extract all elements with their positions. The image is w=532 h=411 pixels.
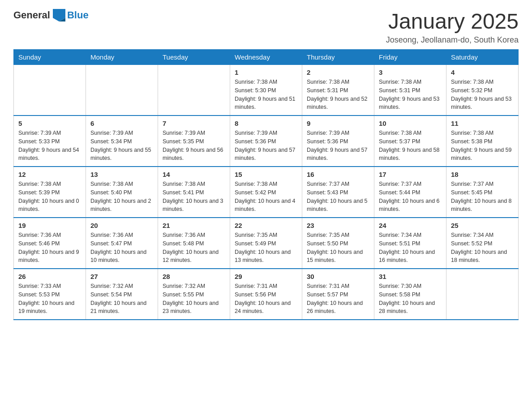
day-number: 27 bbox=[90, 273, 153, 280]
calendar-cell bbox=[158, 65, 230, 116]
calendar-cell: 17Sunrise: 7:37 AM Sunset: 5:44 PM Dayli… bbox=[374, 167, 446, 218]
calendar-cell: 2Sunrise: 7:38 AM Sunset: 5:31 PM Daylig… bbox=[302, 65, 374, 116]
calendar-cell: 5Sunrise: 7:39 AM Sunset: 5:33 PM Daylig… bbox=[14, 116, 86, 167]
logo-general-text: General bbox=[13, 9, 50, 21]
calendar-cell: 7Sunrise: 7:39 AM Sunset: 5:35 PM Daylig… bbox=[158, 116, 230, 167]
calendar-cell: 14Sunrise: 7:38 AM Sunset: 5:41 PM Dayli… bbox=[158, 167, 230, 218]
calendar-cell: 19Sunrise: 7:36 AM Sunset: 5:46 PM Dayli… bbox=[14, 218, 86, 269]
day-info: Sunrise: 7:38 AM Sunset: 5:41 PM Dayligh… bbox=[163, 180, 225, 214]
day-number: 9 bbox=[307, 120, 369, 127]
day-number: 22 bbox=[235, 222, 297, 229]
day-info: Sunrise: 7:34 AM Sunset: 5:51 PM Dayligh… bbox=[379, 231, 442, 265]
calendar-cell: 27Sunrise: 7:32 AM Sunset: 5:54 PM Dayli… bbox=[86, 269, 158, 320]
day-info: Sunrise: 7:35 AM Sunset: 5:50 PM Dayligh… bbox=[307, 231, 369, 265]
calendar-cell: 31Sunrise: 7:30 AM Sunset: 5:58 PM Dayli… bbox=[374, 269, 446, 320]
calendar-cell: 24Sunrise: 7:34 AM Sunset: 5:51 PM Dayli… bbox=[374, 218, 446, 269]
calendar-cell: 10Sunrise: 7:38 AM Sunset: 5:37 PM Dayli… bbox=[374, 116, 446, 167]
day-number: 4 bbox=[451, 68, 514, 76]
calendar-cell: 23Sunrise: 7:35 AM Sunset: 5:50 PM Dayli… bbox=[302, 218, 374, 269]
title-section: January 2025 Joseong, Jeollanam-do, Sout… bbox=[386, 9, 519, 45]
day-number: 30 bbox=[307, 273, 369, 280]
calendar-cell: 22Sunrise: 7:35 AM Sunset: 5:49 PM Dayli… bbox=[230, 218, 302, 269]
day-number: 21 bbox=[163, 222, 225, 229]
day-info: Sunrise: 7:32 AM Sunset: 5:54 PM Dayligh… bbox=[90, 282, 153, 316]
calendar-cell: 3Sunrise: 7:38 AM Sunset: 5:31 PM Daylig… bbox=[374, 65, 446, 116]
calendar-cell: 20Sunrise: 7:36 AM Sunset: 5:47 PM Dayli… bbox=[86, 218, 158, 269]
header-day-tuesday: Tuesday bbox=[158, 50, 230, 65]
calendar-cell: 25Sunrise: 7:34 AM Sunset: 5:52 PM Dayli… bbox=[446, 218, 519, 269]
day-number: 23 bbox=[307, 222, 369, 229]
calendar-cell: 12Sunrise: 7:38 AM Sunset: 5:39 PM Dayli… bbox=[14, 167, 86, 218]
calendar-cell: 26Sunrise: 7:33 AM Sunset: 5:53 PM Dayli… bbox=[14, 269, 86, 320]
day-number: 1 bbox=[235, 68, 297, 76]
calendar-title: January 2025 bbox=[386, 9, 519, 34]
day-info: Sunrise: 7:38 AM Sunset: 5:32 PM Dayligh… bbox=[451, 78, 514, 111]
day-number: 15 bbox=[235, 171, 297, 178]
day-number: 28 bbox=[163, 273, 225, 280]
day-number: 20 bbox=[90, 222, 153, 229]
day-number: 16 bbox=[307, 171, 369, 178]
day-info: Sunrise: 7:37 AM Sunset: 5:45 PM Dayligh… bbox=[451, 180, 514, 214]
week-row-2: 5Sunrise: 7:39 AM Sunset: 5:33 PM Daylig… bbox=[14, 116, 519, 167]
day-info: Sunrise: 7:38 AM Sunset: 5:38 PM Dayligh… bbox=[451, 129, 514, 163]
day-number: 12 bbox=[18, 171, 81, 178]
day-info: Sunrise: 7:38 AM Sunset: 5:42 PM Dayligh… bbox=[235, 180, 297, 214]
day-number: 11 bbox=[451, 120, 514, 127]
day-number: 5 bbox=[18, 120, 81, 127]
calendar-cell: 18Sunrise: 7:37 AM Sunset: 5:45 PM Dayli… bbox=[446, 167, 519, 218]
page-header: General Blue January 2025 Joseong, Jeoll… bbox=[13, 9, 519, 45]
calendar-cell: 15Sunrise: 7:38 AM Sunset: 5:42 PM Dayli… bbox=[230, 167, 302, 218]
day-number: 29 bbox=[235, 273, 297, 280]
day-number: 31 bbox=[379, 273, 442, 280]
day-number: 17 bbox=[379, 171, 442, 178]
header-day-monday: Monday bbox=[86, 50, 158, 65]
day-number: 6 bbox=[90, 120, 153, 127]
calendar-cell: 1Sunrise: 7:38 AM Sunset: 5:30 PM Daylig… bbox=[230, 65, 302, 116]
day-info: Sunrise: 7:39 AM Sunset: 5:33 PM Dayligh… bbox=[18, 129, 81, 163]
day-number: 10 bbox=[379, 120, 442, 127]
logo-blue-text: Blue bbox=[67, 9, 89, 21]
logo[interactable]: General Blue bbox=[13, 9, 89, 21]
calendar-header: SundayMondayTuesdayWednesdayThursdayFrid… bbox=[14, 50, 519, 65]
day-info: Sunrise: 7:34 AM Sunset: 5:52 PM Dayligh… bbox=[451, 231, 514, 265]
header-day-friday: Friday bbox=[374, 50, 446, 65]
day-info: Sunrise: 7:36 AM Sunset: 5:47 PM Dayligh… bbox=[90, 231, 153, 265]
day-info: Sunrise: 7:38 AM Sunset: 5:40 PM Dayligh… bbox=[90, 180, 153, 214]
day-info: Sunrise: 7:38 AM Sunset: 5:39 PM Dayligh… bbox=[18, 180, 81, 214]
day-number: 26 bbox=[18, 273, 81, 280]
calendar-cell: 28Sunrise: 7:32 AM Sunset: 5:55 PM Dayli… bbox=[158, 269, 230, 320]
header-day-wednesday: Wednesday bbox=[230, 50, 302, 65]
day-number: 25 bbox=[451, 222, 514, 229]
calendar-cell: 6Sunrise: 7:39 AM Sunset: 5:34 PM Daylig… bbox=[86, 116, 158, 167]
day-number: 18 bbox=[451, 171, 514, 178]
day-info: Sunrise: 7:31 AM Sunset: 5:56 PM Dayligh… bbox=[235, 282, 297, 316]
logo-icon bbox=[53, 9, 65, 21]
day-info: Sunrise: 7:38 AM Sunset: 5:30 PM Dayligh… bbox=[235, 78, 297, 111]
day-info: Sunrise: 7:31 AM Sunset: 5:57 PM Dayligh… bbox=[307, 282, 369, 316]
week-row-5: 26Sunrise: 7:33 AM Sunset: 5:53 PM Dayli… bbox=[14, 269, 519, 320]
calendar-table: SundayMondayTuesdayWednesdayThursdayFrid… bbox=[13, 49, 519, 320]
calendar-cell: 16Sunrise: 7:37 AM Sunset: 5:43 PM Dayli… bbox=[302, 167, 374, 218]
day-number: 2 bbox=[307, 68, 369, 76]
day-info: Sunrise: 7:39 AM Sunset: 5:35 PM Dayligh… bbox=[163, 129, 225, 163]
calendar-cell: 30Sunrise: 7:31 AM Sunset: 5:57 PM Dayli… bbox=[302, 269, 374, 320]
header-day-sunday: Sunday bbox=[14, 50, 86, 65]
header-row: SundayMondayTuesdayWednesdayThursdayFrid… bbox=[14, 50, 519, 65]
day-number: 14 bbox=[163, 171, 225, 178]
calendar-cell: 9Sunrise: 7:39 AM Sunset: 5:36 PM Daylig… bbox=[302, 116, 374, 167]
day-info: Sunrise: 7:38 AM Sunset: 5:37 PM Dayligh… bbox=[379, 129, 442, 163]
header-day-thursday: Thursday bbox=[302, 50, 374, 65]
calendar-cell bbox=[446, 269, 519, 320]
day-info: Sunrise: 7:37 AM Sunset: 5:44 PM Dayligh… bbox=[379, 180, 442, 214]
week-row-4: 19Sunrise: 7:36 AM Sunset: 5:46 PM Dayli… bbox=[14, 218, 519, 269]
day-info: Sunrise: 7:37 AM Sunset: 5:43 PM Dayligh… bbox=[307, 180, 369, 214]
calendar-cell: 29Sunrise: 7:31 AM Sunset: 5:56 PM Dayli… bbox=[230, 269, 302, 320]
day-info: Sunrise: 7:39 AM Sunset: 5:34 PM Dayligh… bbox=[90, 129, 153, 163]
week-row-3: 12Sunrise: 7:38 AM Sunset: 5:39 PM Dayli… bbox=[14, 167, 519, 218]
calendar-cell: 21Sunrise: 7:36 AM Sunset: 5:48 PM Dayli… bbox=[158, 218, 230, 269]
day-info: Sunrise: 7:32 AM Sunset: 5:55 PM Dayligh… bbox=[163, 282, 225, 316]
day-info: Sunrise: 7:38 AM Sunset: 5:31 PM Dayligh… bbox=[307, 78, 369, 111]
calendar-cell bbox=[14, 65, 86, 116]
day-info: Sunrise: 7:39 AM Sunset: 5:36 PM Dayligh… bbox=[235, 129, 297, 163]
day-info: Sunrise: 7:39 AM Sunset: 5:36 PM Dayligh… bbox=[307, 129, 369, 163]
